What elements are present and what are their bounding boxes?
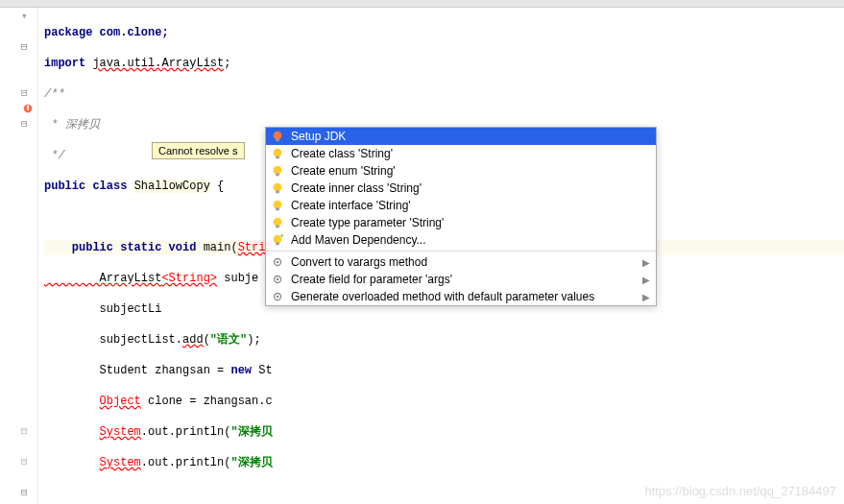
svg-rect-13 xyxy=(276,226,279,228)
plus-bulb-icon: + xyxy=(270,232,285,248)
menu-item-label: Create inner class 'String' xyxy=(291,181,650,195)
svg-rect-7 xyxy=(276,174,279,177)
menu-item-label: Create field for parameter 'args' xyxy=(291,273,642,286)
submenu-arrow-icon: ▶ xyxy=(642,257,650,268)
editor-gutter: ▾ ⊟ ⊟ ⊟ ⊟ ⊟ ⊟ xyxy=(0,8,38,504)
intention-bulb-icon[interactable] xyxy=(21,102,33,113)
svg-rect-5 xyxy=(276,156,279,159)
menu-item-create-class[interactable]: Create class 'String' xyxy=(266,145,656,162)
tab-bar xyxy=(0,0,844,8)
menu-item-add-maven[interactable]: + Add Maven Dependency... xyxy=(266,231,656,249)
menu-item-label: Add Maven Dependency... xyxy=(291,233,650,247)
svg-rect-3 xyxy=(276,139,279,142)
yellow-bulb-icon xyxy=(270,163,285,179)
yellow-bulb-icon xyxy=(270,180,285,196)
menu-item-label: Create class 'String' xyxy=(291,147,650,160)
red-bulb-icon xyxy=(270,129,285,144)
fold-icon[interactable]: ⊟ xyxy=(21,86,33,98)
svg-point-6 xyxy=(274,166,282,175)
yellow-bulb-icon xyxy=(270,198,285,213)
watermark: https://blog.csdn.net/qq_27184497 xyxy=(645,484,837,498)
svg-rect-11 xyxy=(276,208,279,211)
svg-rect-1 xyxy=(27,106,29,110)
menu-item-label: Create enum 'String' xyxy=(291,164,650,178)
svg-rect-9 xyxy=(276,191,279,194)
fold-icon[interactable]: ⊟ xyxy=(21,486,33,497)
fold-icon[interactable]: ⊟ xyxy=(21,455,33,467)
error-tooltip: Cannot resolve s xyxy=(152,142,245,159)
svg-text:+: + xyxy=(280,233,284,239)
svg-point-22 xyxy=(277,296,279,299)
menu-item-label: Create interface 'String' xyxy=(291,199,650,212)
yellow-bulb-icon xyxy=(270,215,285,230)
menu-separator xyxy=(266,251,656,252)
gear-icon xyxy=(270,272,285,287)
menu-item-label: Convert to varargs method xyxy=(291,255,642,269)
submenu-arrow-icon: ▶ xyxy=(642,292,650,302)
menu-item-create-type-parameter[interactable]: Create type parameter 'String' xyxy=(266,214,656,231)
menu-item-label: Generate overloaded method with default … xyxy=(291,290,642,303)
gear-icon xyxy=(270,289,285,304)
svg-point-2 xyxy=(274,132,282,140)
gear-icon xyxy=(270,254,285,270)
menu-item-label: Create type parameter 'String' xyxy=(291,216,650,229)
submenu-arrow-icon: ▶ xyxy=(642,275,650,285)
fold-icon[interactable]: ▾ xyxy=(21,10,33,21)
menu-item-setup-jdk[interactable]: Setup JDK xyxy=(266,128,656,145)
svg-point-20 xyxy=(277,278,279,281)
menu-item-create-field[interactable]: Create field for parameter 'args' ▶ xyxy=(266,271,656,288)
menu-item-create-enum[interactable]: Create enum 'String' xyxy=(266,162,656,180)
fold-icon[interactable]: ⊟ xyxy=(21,424,33,436)
svg-point-10 xyxy=(274,201,282,209)
menu-item-create-interface[interactable]: Create interface 'String' xyxy=(266,197,656,214)
menu-item-label: Setup JDK xyxy=(291,130,650,143)
yellow-bulb-icon xyxy=(270,146,285,161)
menu-item-generate-overloaded[interactable]: Generate overloaded method with default … xyxy=(266,288,656,305)
fold-icon[interactable]: ⊟ xyxy=(21,117,33,129)
svg-point-18 xyxy=(277,261,279,264)
svg-rect-15 xyxy=(276,243,279,246)
tooltip-text: Cannot resolve s xyxy=(158,145,238,156)
menu-item-convert-varargs[interactable]: Convert to varargs method ▶ xyxy=(266,253,656,271)
fold-icon[interactable]: ⊟ xyxy=(21,40,33,52)
menu-item-create-inner-class[interactable]: Create inner class 'String' xyxy=(266,180,656,197)
intention-actions-menu: Setup JDK Create class 'String' Create e… xyxy=(265,127,657,306)
svg-point-12 xyxy=(274,218,282,227)
svg-point-8 xyxy=(274,183,282,192)
code-text: package com.clone; xyxy=(44,26,169,39)
svg-point-4 xyxy=(274,149,282,157)
